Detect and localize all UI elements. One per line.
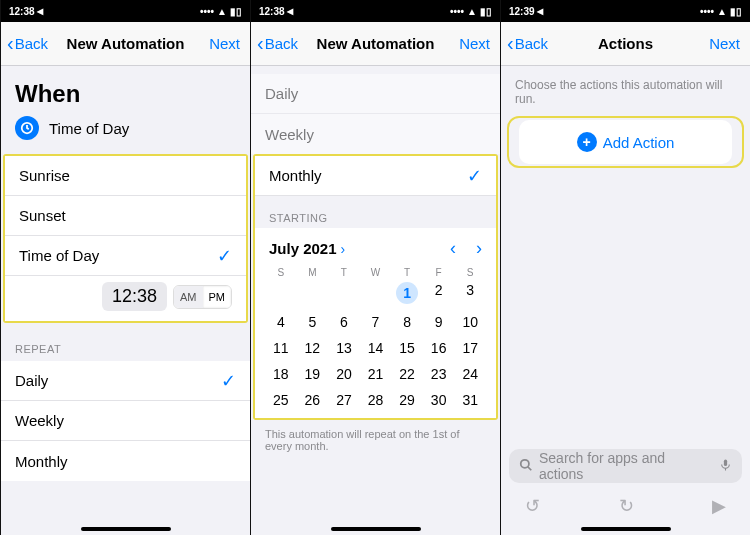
calendar-day[interactable]: 15 [391,340,423,356]
time-of-day-label: Time of Day [49,120,129,137]
status-bar: 12:39◀ •••• ▲ ▮▯ [501,0,750,22]
calendar-day [328,282,360,304]
calendar-prev-button[interactable]: ‹ [450,238,456,259]
location-icon: ◀ [287,7,293,16]
search-icon [519,458,533,475]
chevron-left-icon: ‹ [7,32,14,55]
calendar-day[interactable]: 20 [328,366,360,382]
nav-bar: ‹Back Actions Next [501,22,750,66]
calendar-day[interactable]: 14 [360,340,392,356]
calendar-day[interactable]: 8 [391,314,423,330]
add-action-button[interactable]: + Add Action [519,120,732,164]
chevron-right-icon[interactable]: › [341,241,346,257]
battery-icon: ▮▯ [480,6,492,17]
chevron-left-icon: ‹ [257,32,264,55]
nav-bar: ‹Back New Automation Next [1,22,250,66]
search-placeholder: Search for apps and actions [539,450,713,482]
pm-option[interactable]: PM [203,286,232,308]
calendar-month[interactable]: July 2021 [269,240,337,257]
add-action-highlight: + Add Action [507,116,744,168]
am-pm-toggle[interactable]: AM PM [173,285,232,309]
mic-icon[interactable] [719,457,732,476]
back-button[interactable]: ‹Back [507,32,548,55]
calendar-day[interactable]: 4 [265,314,297,330]
repeat-daily: Daily [251,74,500,114]
calendar-day[interactable]: 21 [360,366,392,382]
undo-button[interactable]: ↺ [525,495,540,517]
plus-icon: + [577,132,597,152]
calendar-day[interactable]: 29 [391,392,423,408]
repeat-weekly: Weekly [251,114,500,154]
next-button[interactable]: Next [209,35,240,52]
signal-icon: •••• [450,6,464,17]
monthly-calendar-group: Monthly✓ STARTING July 2021 › ‹ › SMTWTF… [253,154,498,420]
option-time-of-day[interactable]: Time of Day✓ [5,236,246,276]
svg-point-1 [521,459,529,467]
calendar-day[interactable]: 7 [360,314,392,330]
calendar-day[interactable]: 2 [423,282,455,304]
wifi-icon: ▲ [717,6,727,17]
calendar-day[interactable]: 23 [423,366,455,382]
svg-rect-2 [724,459,727,466]
status-bar: 12:38◀ •••• ▲ ▮▯ [1,0,250,22]
next-button[interactable]: Next [709,35,740,52]
repeat-daily[interactable]: Daily✓ [1,361,250,401]
calendar-day[interactable]: 10 [454,314,486,330]
nav-bar: ‹Back New Automation Next [251,22,500,66]
repeat-section-label: REPEAT [1,323,250,361]
actions-subtitle: Choose the actions this automation will … [501,66,750,116]
time-value[interactable]: 12:38 [102,282,167,311]
add-action-label: Add Action [603,134,675,151]
home-indicator[interactable] [331,527,421,531]
when-heading: When [1,66,250,116]
search-input[interactable]: Search for apps and actions [509,449,742,483]
signal-icon: •••• [200,6,214,17]
location-icon: ◀ [37,7,43,16]
am-option[interactable]: AM [174,286,203,308]
calendar-day[interactable]: 16 [423,340,455,356]
calendar-day[interactable]: 11 [265,340,297,356]
back-button[interactable]: ‹Back [257,32,298,55]
calendar-day[interactable]: 31 [454,392,486,408]
time-options-group: Sunrise Sunset Time of Day✓ 12:38 AM PM [3,154,248,323]
calendar-day[interactable]: 17 [454,340,486,356]
calendar-day[interactable]: 6 [328,314,360,330]
calendar-day[interactable]: 27 [328,392,360,408]
signal-icon: •••• [700,6,714,17]
calendar-header: July 2021 › ‹ › [255,228,496,265]
next-button[interactable]: Next [459,35,490,52]
calendar-day[interactable]: 1 [391,282,423,304]
calendar-day[interactable]: 28 [360,392,392,408]
calendar-day[interactable]: 18 [265,366,297,382]
calendar-day[interactable]: 30 [423,392,455,408]
calendar-day[interactable]: 26 [297,392,329,408]
repeat-group-dimmed: Daily Weekly [251,74,500,154]
repeat-monthly[interactable]: Monthly [1,441,250,481]
back-button[interactable]: ‹Back [7,32,48,55]
option-sunset[interactable]: Sunset [5,196,246,236]
checkmark-icon: ✓ [221,370,236,392]
repeat-weekly[interactable]: Weekly [1,401,250,441]
time-picker-row: 12:38 AM PM [5,276,246,321]
calendar-day[interactable]: 9 [423,314,455,330]
option-sunrise[interactable]: Sunrise [5,156,246,196]
play-button[interactable]: ▶ [712,495,726,517]
calendar-day[interactable]: 22 [391,366,423,382]
calendar-grid[interactable]: 1234567891011121314151617181920212223242… [255,280,496,418]
calendar-day[interactable]: 24 [454,366,486,382]
wifi-icon: ▲ [467,6,477,17]
calendar-day[interactable]: 25 [265,392,297,408]
calendar-day[interactable]: 3 [454,282,486,304]
calendar-day[interactable]: 13 [328,340,360,356]
checkmark-icon: ✓ [467,165,482,187]
repeat-monthly[interactable]: Monthly✓ [255,156,496,196]
battery-icon: ▮▯ [730,6,742,17]
home-indicator[interactable] [581,527,671,531]
calendar-next-button[interactable]: › [476,238,482,259]
time-of-day-row[interactable]: Time of Day [15,116,236,140]
home-indicator[interactable] [81,527,171,531]
calendar-day[interactable]: 5 [297,314,329,330]
redo-button[interactable]: ↻ [619,495,634,517]
calendar-day[interactable]: 12 [297,340,329,356]
calendar-day[interactable]: 19 [297,366,329,382]
